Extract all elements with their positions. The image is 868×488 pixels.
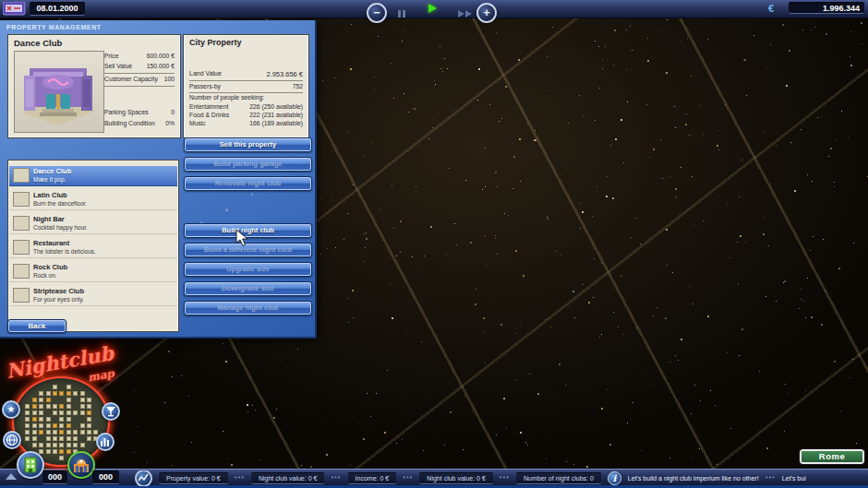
ticker-separator: *** bbox=[403, 475, 413, 482]
list-item-latin-club[interactable]: Latin Club Burn the dancefloor. bbox=[9, 190, 177, 210]
land-value-label: Land Value bbox=[189, 70, 222, 77]
club-thumbnail-icon bbox=[13, 216, 30, 231]
club-thumbnail-icon bbox=[13, 240, 30, 255]
seek-label: Music bbox=[189, 120, 206, 126]
top-bar: 08.01.2000 − + € 1.996.344 bbox=[0, 0, 868, 18]
manage-night-club-button[interactable]: Manage night club bbox=[184, 301, 312, 315]
property-management-panel: PROPERTY MANAGEMENT Dance Club bbox=[0, 20, 317, 339]
club-name: Restaurant bbox=[33, 239, 69, 247]
stat-value: 600.000 € bbox=[147, 53, 175, 59]
property-card: Dance Club bbox=[7, 34, 181, 138]
club-name: Rock Club bbox=[33, 263, 67, 271]
downgrade-size-button[interactable]: Downgrade size bbox=[184, 281, 312, 296]
status-income: Income: 0 € bbox=[348, 472, 397, 484]
list-item-striptease-club[interactable]: Striptease Club For your eyes only. bbox=[9, 286, 177, 306]
stat-value: 150.000 € bbox=[147, 63, 175, 69]
city-name-sign: Rome bbox=[800, 449, 864, 464]
mouse-cursor bbox=[235, 229, 248, 247]
chevron-up-icon[interactable] bbox=[6, 473, 17, 480]
club-desc: For your eyes only. bbox=[33, 296, 84, 303]
property-card-title: Dance Club bbox=[14, 38, 62, 48]
ticker-message: Let's build a night club imperium like n… bbox=[628, 475, 759, 482]
list-item-rock-club[interactable]: Rock Club Rock on. bbox=[9, 262, 177, 282]
seek-label: Food & Drinks bbox=[189, 112, 229, 118]
list-item-dance-club[interactable]: Dance Club Make it pop. bbox=[9, 166, 177, 186]
stat-label: Parking Spaces bbox=[104, 109, 149, 115]
seek-value: 166 (189 available) bbox=[249, 120, 303, 126]
stat-label: Customer Capacity bbox=[104, 76, 158, 82]
stat-label: Sell Value bbox=[104, 63, 132, 69]
build-parking-garage-button[interactable]: Build parking garage bbox=[184, 157, 312, 172]
world-map-button[interactable] bbox=[3, 431, 21, 449]
club-building-icon bbox=[69, 453, 93, 477]
globe-icon bbox=[5, 433, 19, 447]
equalizer-bars-icon bbox=[98, 434, 113, 449]
speed-increase-button[interactable]: + bbox=[476, 3, 497, 23]
ticker-separator: *** bbox=[331, 475, 341, 482]
club-name: Dance Club bbox=[33, 167, 71, 175]
club-desc: Burn the dancefloor. bbox=[33, 200, 87, 207]
club-desc: Rock on. bbox=[33, 272, 57, 279]
calendar-icon[interactable] bbox=[3, 2, 26, 16]
list-item-restaurant[interactable]: Restaurant The lobster is delicious. bbox=[9, 238, 177, 258]
info-icon[interactable]: i bbox=[608, 471, 621, 485]
upgrade-size-button[interactable]: Upgrade size bbox=[184, 262, 312, 277]
status-property-value: Property value: 0 € bbox=[159, 472, 228, 484]
club-thumbnail-icon bbox=[13, 264, 30, 279]
back-button[interactable]: Back bbox=[7, 319, 66, 333]
seek-value: 226 (250 available) bbox=[249, 103, 303, 110]
seek-value: 222 (231 available) bbox=[249, 112, 303, 118]
status-ticker: Property value: 0 € *** Night club value… bbox=[135, 470, 868, 486]
fast-forward-icon[interactable] bbox=[458, 5, 472, 21]
nightclub-filter-button[interactable] bbox=[102, 402, 120, 421]
minimap-cluster: Nightclub map ★ bbox=[0, 339, 139, 488]
sell-property-button[interactable]: Sell this property bbox=[184, 137, 312, 152]
stat-value: 100 bbox=[164, 76, 175, 82]
date-display: 08.01.2000 bbox=[30, 2, 85, 16]
info-glyph: i bbox=[612, 473, 616, 483]
status-nightclub-count: Number of night clubs: 0 bbox=[516, 472, 601, 484]
properties-button[interactable] bbox=[17, 451, 44, 479]
seeking-label: Number of people seeking: bbox=[189, 94, 264, 101]
ticker-separator: *** bbox=[235, 475, 245, 482]
properties-counter: 000 bbox=[42, 470, 67, 484]
night-clubs-button[interactable] bbox=[67, 451, 95, 479]
city-property-card: City Property Land Value2.953.656 € Pass… bbox=[183, 34, 309, 138]
passersby-label: Passers-by bbox=[189, 83, 221, 89]
club-type-list: Dance Club Make it pop. Latin Club Burn … bbox=[7, 160, 179, 332]
status-nightclub-value-2: Night club value: 0 € bbox=[419, 472, 492, 484]
dance-club-illustration bbox=[15, 52, 102, 130]
money-display: 1.996.344 bbox=[789, 2, 864, 14]
stat-label: Price bbox=[104, 53, 119, 59]
panel-title: PROPERTY MANAGEMENT bbox=[6, 24, 102, 30]
club-name: Latin Club bbox=[33, 191, 67, 199]
seek-label: Entertainment bbox=[189, 103, 228, 110]
land-value: 2.953.656 € bbox=[266, 70, 303, 78]
star-icon: ★ bbox=[7, 404, 16, 414]
speed-decrease-button[interactable]: − bbox=[367, 3, 387, 23]
list-item-night-bar[interactable]: Night Bar Cocktail happy hour. bbox=[9, 214, 177, 234]
building-preview-image bbox=[14, 51, 104, 133]
club-thumbnail-icon bbox=[13, 168, 30, 183]
green-building-icon bbox=[18, 453, 42, 477]
favorites-star-button[interactable]: ★ bbox=[2, 400, 20, 419]
ticker-separator: *** bbox=[500, 475, 510, 482]
status-nightclub-value: Night club value: 0 € bbox=[251, 472, 324, 484]
game-screen: 08.01.2000 − + € 1.996.344 PROPERTY MANA… bbox=[0, 0, 868, 488]
statistics-button[interactable] bbox=[96, 433, 115, 451]
club-desc: Cocktail happy hour. bbox=[33, 224, 88, 231]
nightclub-map-sign-word2: map bbox=[87, 367, 115, 385]
club-thumbnail-icon bbox=[13, 192, 30, 207]
stat-label: Building Condition bbox=[104, 120, 155, 126]
stat-value: 0% bbox=[165, 120, 175, 126]
passersby-value: 752 bbox=[293, 83, 303, 89]
pause-icon[interactable] bbox=[398, 5, 405, 21]
stat-value: 0 bbox=[171, 109, 175, 115]
play-icon[interactable] bbox=[428, 4, 437, 13]
city-stats: Land Value2.953.656 € Passers-by752 Numb… bbox=[189, 35, 303, 137]
club-desc: The lobster is delicious. bbox=[33, 248, 96, 255]
ticker-message-repeat: Let's bui bbox=[782, 475, 806, 482]
renovate-night-club-button[interactable]: Renovate night club bbox=[184, 176, 312, 191]
clubs-counter: 000 bbox=[92, 470, 119, 484]
club-desc: Make it pop. bbox=[33, 176, 66, 183]
